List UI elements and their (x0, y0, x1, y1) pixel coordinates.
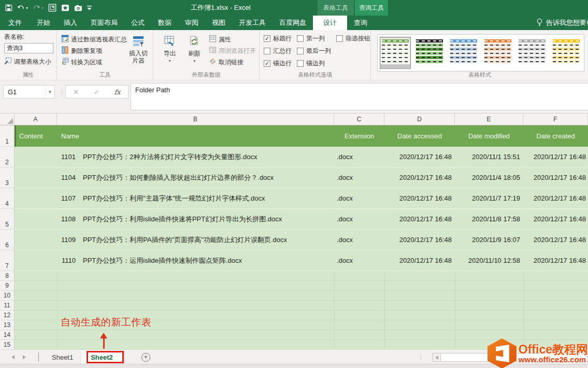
unchecked-box-icon[interactable] (297, 48, 304, 54)
ribbon-tab-查询[interactable]: 查询 (347, 16, 374, 30)
table-header-content[interactable]: Content (16, 132, 57, 140)
table-style-blue[interactable] (448, 37, 479, 69)
unchecked-box-icon[interactable] (297, 60, 304, 67)
ribbon-tab-百度网盘[interactable]: 百度网盘 (273, 16, 313, 30)
favorites-icon[interactable] (61, 4, 69, 11)
column-header-f[interactable]: F (523, 114, 588, 125)
new-sheet-button[interactable]: + (141, 353, 150, 362)
remove-duplicates-button[interactable]: 删除重复项 (61, 45, 127, 56)
table-row[interactable]: 1101PPT办公技巧：2种方法将幻灯片文字转变为矢量图形.docx.docx2… (15, 147, 588, 167)
table-row[interactable]: 1108PPT办公技巧：利用islide插件快速将PPT幻灯片导出为长拼图.do… (15, 209, 588, 230)
column-header-e[interactable]: E (455, 114, 523, 125)
unchecked-box-icon[interactable] (297, 35, 304, 42)
screenshot-icon[interactable] (48, 4, 56, 12)
tell-me-box[interactable]: 告诉我您想要做什么... (536, 16, 588, 30)
row-number-2[interactable]: 2 (0, 147, 14, 167)
column-header-a[interactable]: A (15, 114, 57, 125)
open-in-browser-button[interactable]: 用浏览器打开 (209, 45, 256, 56)
table-style-yellow[interactable] (551, 37, 582, 69)
unchecked-box-icon[interactable] (264, 48, 270, 54)
table-header-name[interactable]: Name (57, 132, 334, 140)
row-number-11[interactable]: 11 (0, 301, 14, 310)
row-number-4[interactable]: 4 (0, 188, 14, 209)
row-number-10[interactable]: 10 (0, 291, 14, 301)
table-header-row[interactable]: ContentNameExtensionDate accessedDate mo… (15, 125, 588, 147)
row-number-7[interactable]: 7 (0, 250, 14, 271)
scroll-left-icon[interactable] (433, 353, 441, 362)
column-header-b[interactable]: B (57, 114, 334, 125)
prev-sheet-icon[interactable] (11, 355, 15, 359)
table-header-date-created[interactable]: Date created (523, 132, 588, 140)
insert-function-icon[interactable]: fx (114, 88, 120, 96)
table-header-date-modified[interactable]: Date modified (455, 132, 523, 140)
undo-icon[interactable]: ▾ (17, 5, 28, 11)
table-row[interactable]: 1109PPT办公技巧：利用PA插件的"页面撑高"功能防止幻灯片误翻页.docx… (15, 230, 588, 250)
redo-icon[interactable]: ▾ (33, 5, 44, 11)
scrollbar-resize-dots[interactable]: ⋮ (418, 353, 424, 362)
table-header-date-accessed[interactable]: Date accessed (384, 132, 455, 140)
checkbox-筛选按钮[interactable]: 筛选按钮 (336, 34, 370, 43)
ribbon-tab-插入[interactable]: 插入 (57, 16, 84, 30)
row-number-1[interactable]: 1 (0, 125, 14, 147)
row-number-9[interactable]: 9 (0, 281, 14, 291)
checkbox-镶边列[interactable]: 镶边列 (297, 59, 331, 68)
save-icon[interactable] (5, 4, 12, 11)
empty-row[interactable] (15, 271, 588, 281)
checkbox-标题行[interactable]: ✓标题行 (264, 34, 292, 43)
customize-qat-icon[interactable] (87, 5, 92, 10)
sheet-tab-Sheet1[interactable]: Sheet1 (43, 350, 82, 364)
checkbox-汇总行[interactable]: 汇总行 (264, 47, 292, 55)
refresh-button[interactable]: 刷新 ▾ (182, 33, 207, 72)
summarize-with-pivottable-button[interactable]: 通过数据透视表汇总 (61, 34, 127, 45)
export-button[interactable]: 导出 ▾ (157, 33, 182, 72)
row-number-12[interactable]: 12 (0, 310, 14, 320)
checked-box-icon[interactable]: ✓ (264, 35, 270, 42)
formula-input[interactable]: Folder Path (131, 83, 588, 110)
row-number-5[interactable]: 5 (0, 209, 14, 230)
cancel-icon[interactable]: ✕ (73, 88, 79, 96)
properties-button[interactable]: 属性 (209, 34, 256, 45)
table-row[interactable]: 1110PPT办公技巧：运用islide插件快速制作圆点矩阵.docx.docx… (15, 250, 588, 271)
empty-row[interactable] (15, 301, 588, 310)
table-row[interactable]: 1107PPT办公技巧：利用"主题字体"统一规范幻灯片字体样式.docx.doc… (15, 188, 588, 209)
table-header-extension[interactable]: Extension (334, 132, 384, 140)
convert-to-range-button[interactable]: 转换为区域 (61, 56, 127, 68)
column-header-c[interactable]: C (334, 114, 384, 125)
table-name-input[interactable]: 查询3 (4, 43, 53, 53)
ribbon-tab-设计[interactable]: 设计 (313, 16, 347, 30)
table-row[interactable]: 1104PPT办公技巧：如何删除插入形状超出幻灯片边界的部分？.docx.doc… (15, 167, 588, 188)
table-style-green-dark[interactable] (414, 37, 445, 69)
camera-icon[interactable] (74, 5, 82, 11)
empty-row[interactable] (15, 291, 588, 301)
name-box-dropdown-icon[interactable]: ▾ (45, 86, 54, 98)
row-number-3[interactable]: 3 (0, 167, 14, 188)
row-number-6[interactable]: 6 (0, 230, 14, 250)
enter-icon[interactable]: ✓ (94, 88, 99, 96)
checkbox-第一列[interactable]: 第一列 (297, 34, 331, 43)
row-number-13[interactable]: 13 (0, 320, 14, 330)
ribbon-tab-开始[interactable]: 开始 (30, 16, 57, 30)
unlink-button[interactable]: 取消链接 (209, 56, 256, 68)
checked-box-icon[interactable]: ✓ (264, 60, 270, 67)
checkbox-镶边行[interactable]: ✓镶边行 (264, 59, 292, 68)
table-style-orange[interactable] (482, 37, 513, 69)
insert-slicer-button[interactable]: 插入切片器 (127, 33, 150, 72)
ribbon-tab-公式[interactable]: 公式 (124, 16, 151, 30)
ribbon-tab-开发工具[interactable]: 开发工具 (232, 16, 273, 30)
row-number-15[interactable]: 15 (0, 340, 14, 350)
ribbon-tab-文件[interactable]: 文件 (0, 16, 30, 30)
select-all-corner[interactable] (0, 114, 15, 125)
checkbox-最后一列[interactable]: 最后一列 (297, 47, 331, 55)
row-number-14[interactable]: 14 (0, 330, 14, 340)
resize-table-button[interactable]: 调整表格大小 (4, 56, 53, 67)
table-style-gray[interactable] (517, 37, 548, 69)
table-style-green-light[interactable] (380, 37, 411, 69)
name-box[interactable]: G1 ▾ (3, 85, 55, 98)
ribbon-tab-审阅[interactable]: 审阅 (178, 16, 205, 30)
ribbon-tab-数据[interactable]: 数据 (151, 16, 178, 30)
empty-row[interactable] (15, 281, 588, 291)
column-header-d[interactable]: D (384, 114, 455, 125)
unchecked-box-icon[interactable] (336, 35, 343, 42)
ribbon-tab-视图[interactable]: 视图 (205, 16, 232, 30)
row-number-8[interactable]: 8 (0, 271, 14, 281)
